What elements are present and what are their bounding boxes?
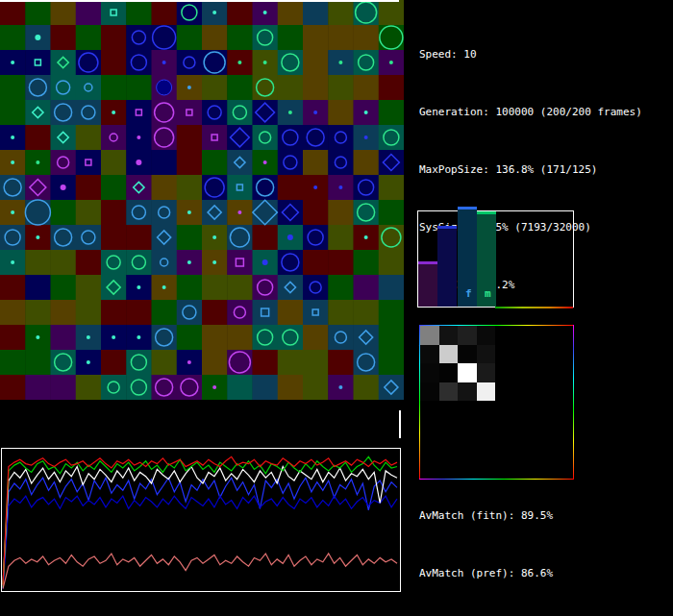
matrix-cell <box>477 345 496 364</box>
matrix-cell <box>439 345 459 364</box>
histogram-bar <box>437 226 457 307</box>
stat-speed: Speed: 10 <box>419 45 642 64</box>
matrix-cell <box>458 326 477 345</box>
matrix-cell <box>458 382 477 402</box>
matrix-cell <box>477 326 496 345</box>
stat-maxpopsize: MaxPopSize: 136.8% (171/125) <box>419 160 642 180</box>
scroll-tick[interactable] <box>399 410 401 438</box>
stat-generation: Generation: 100000 (200/200 frames) <box>419 103 642 122</box>
matrix-cell <box>439 363 459 382</box>
matrix-cell <box>420 345 439 364</box>
histogram-axis-gradient <box>495 307 573 308</box>
matrix-cell <box>439 382 459 402</box>
matrix-border-right <box>573 325 574 480</box>
population-grid-canvas[interactable] <box>0 0 404 400</box>
male-label: m <box>485 287 491 300</box>
histogram-bar <box>418 261 437 307</box>
matrix-cell <box>439 326 459 345</box>
simulation-app: { "stats": { "lines": [ "Speed: 10", "Ge… <box>0 0 673 616</box>
matrix-cell <box>477 382 496 402</box>
sex-histogram-panel: f m <box>417 210 574 308</box>
matrix-cell <box>420 382 439 402</box>
matrix-cell <box>477 363 496 382</box>
matrix-cell <box>420 363 439 382</box>
matrix-cell <box>420 326 439 345</box>
history-chart-canvas <box>1 448 401 592</box>
stat-avmatch-fitn: AvMatch (fitn): 89.5% <box>419 506 642 526</box>
pairing-matrix-panel <box>419 325 574 480</box>
divider-line <box>0 0 399 2</box>
matrix-border-bottom <box>419 479 574 480</box>
female-label: f <box>465 287 472 300</box>
stat-avmatch-pref: AvMatch (pref): 86.6% <box>419 564 642 583</box>
matrix-cell <box>458 345 477 364</box>
matrix-cell <box>458 363 477 382</box>
